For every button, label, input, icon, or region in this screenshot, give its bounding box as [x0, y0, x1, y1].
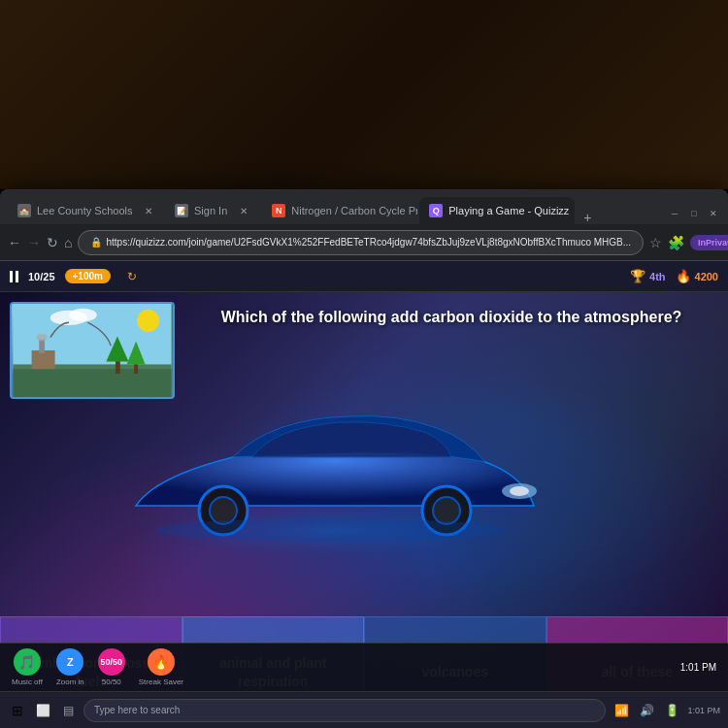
- tab-icon-signin: 📝: [175, 204, 188, 217]
- zoom-label: Zoom in: [56, 678, 84, 686]
- system-tray: 📶 🔊 🔋 1:01 PM: [612, 701, 720, 720]
- svg-point-7: [155, 518, 505, 542]
- tab-label-signin: Sign In: [194, 205, 227, 216]
- svg-point-16: [36, 334, 48, 342]
- taskbar-app-streak[interactable]: 🔥 Streak Saver: [139, 648, 183, 686]
- maximize-button[interactable]: □: [687, 207, 701, 220]
- timer-refresh-button[interactable]: ↻: [120, 265, 144, 288]
- tab-label-nitrogen: Nitrogen / Carbon Cycle Pre-qu...: [291, 205, 417, 216]
- streak-label: Streak Saver: [139, 678, 183, 686]
- system-time: 1:01 PM: [687, 706, 720, 715]
- tab-signin[interactable]: 📝 Sign In ✕: [165, 197, 260, 224]
- windows-search-input[interactable]: Type here to search: [83, 699, 606, 722]
- reload-button[interactable]: ↻: [47, 231, 58, 254]
- rank-text: 4th: [649, 271, 666, 282]
- score-text: 4200: [695, 271, 718, 282]
- score-badge: 🔥 4200: [676, 269, 718, 283]
- fifty-label: 50/50: [102, 678, 121, 686]
- windows-search-bar: ⊞ ⬜ ▤ Type here to search 📶 🔊 🔋 1:01 PM: [0, 691, 728, 728]
- new-tab-button[interactable]: +: [580, 211, 594, 224]
- inprivate-badge: InPrivate: [690, 235, 728, 250]
- question-label: Which of the following add carbon dioxid…: [221, 309, 682, 325]
- quiz-toolbar: 10/25 +100m ↻ 🏆 4th 🔥 4200: [0, 261, 728, 292]
- tab-quizizz[interactable]: Q Playing a Game - Quizizz ✕: [419, 197, 575, 224]
- battery-icon[interactable]: 🔋: [662, 701, 681, 720]
- trophy-icon: 🏆: [630, 269, 645, 283]
- widgets-icon[interactable]: ▤: [58, 701, 78, 720]
- address-bar-row: ← → ↻ ⌂ 🔒 https://quizizz.com/join/game/…: [0, 224, 728, 261]
- extensions-button[interactable]: 🧩: [668, 231, 684, 254]
- timer-badge: +100m: [65, 269, 111, 283]
- search-placeholder: Type here to search: [94, 705, 180, 715]
- svg-point-4: [433, 497, 460, 524]
- taskbar: 🎵 Music off Z Zoom in 50/50 50/50 🔥 Stre…: [0, 643, 728, 691]
- flame-icon: 🔥: [676, 269, 691, 283]
- pause-bar-1: [10, 271, 13, 282]
- zoom-icon: Z: [56, 648, 83, 676]
- network-icon[interactable]: 📶: [612, 701, 631, 720]
- tab-lee-county[interactable]: 🏫 Lee County Schools ✕: [8, 197, 163, 224]
- address-input[interactable]: 🔒 https://quizizz.com/join/game/U2FsdGVk…: [78, 230, 644, 255]
- svg-point-11: [137, 310, 159, 332]
- task-view-icon[interactable]: ⬜: [33, 701, 52, 720]
- progress-text: 10/25: [28, 271, 55, 282]
- tab-nitrogen[interactable]: N Nitrogen / Carbon Cycle Pre-qu... ✕: [262, 197, 417, 224]
- streak-icon: 🔥: [148, 648, 175, 676]
- volume-icon[interactable]: 🔊: [637, 701, 656, 720]
- question-image: [10, 302, 175, 399]
- svg-point-6: [510, 486, 529, 496]
- taskbar-app-5050[interactable]: 50/50 50/50: [98, 648, 125, 686]
- svg-rect-10: [13, 369, 171, 397]
- minimize-button[interactable]: ─: [668, 207, 681, 220]
- music-icon: 🎵: [14, 648, 41, 676]
- tab-icon-quizizz: Q: [429, 204, 443, 217]
- svg-point-2: [210, 497, 237, 524]
- tab-label-quizizz: Playing a Game - Quizizz: [448, 205, 569, 216]
- desk-texture: [0, 0, 728, 189]
- svg-rect-14: [32, 350, 55, 369]
- pause-button[interactable]: [10, 271, 18, 282]
- tab-close-lee[interactable]: ✕: [142, 204, 155, 217]
- home-button[interactable]: ⌂: [64, 231, 72, 254]
- lock-icon: 🔒: [90, 237, 102, 248]
- desk-area: [0, 0, 728, 189]
- back-button[interactable]: ←: [8, 231, 21, 254]
- svg-rect-15: [39, 339, 45, 352]
- forward-button[interactable]: →: [27, 231, 41, 254]
- windows-logo[interactable]: ⊞: [8, 701, 27, 720]
- rank-badge: 🏆 4th: [630, 269, 666, 283]
- question-text: Which of the following add carbon dioxid…: [194, 307, 709, 328]
- pause-bar-2: [16, 271, 18, 282]
- window-controls: ─ □ ✕: [668, 207, 720, 224]
- svg-point-13: [69, 309, 97, 321]
- taskbar-app-music[interactable]: 🎵 Music off: [12, 648, 43, 686]
- address-text: https://quizizz.com/join/game/U2FsdGVkX1…: [106, 237, 631, 248]
- star-button[interactable]: ☆: [649, 231, 662, 254]
- fifty-icon: 50/50: [98, 648, 125, 676]
- tab-close-signin[interactable]: ✕: [237, 204, 250, 217]
- tab-bar: 🏫 Lee County Schools ✕ 📝 Sign In ✕ N Nit…: [0, 189, 728, 224]
- tab-icon-lee: 🏫: [17, 204, 31, 217]
- music-label: Music off: [12, 678, 43, 686]
- svg-rect-17: [116, 360, 120, 374]
- carbon-cycle-diagram: [12, 304, 173, 397]
- taskbar-app-zoom[interactable]: Z Zoom in: [56, 648, 84, 686]
- close-button[interactable]: ✕: [707, 207, 720, 220]
- taskbar-time: 1:01 PM: [680, 662, 716, 673]
- tab-label-lee: Lee County Schools: [37, 205, 132, 216]
- tab-icon-nitrogen: N: [272, 204, 285, 217]
